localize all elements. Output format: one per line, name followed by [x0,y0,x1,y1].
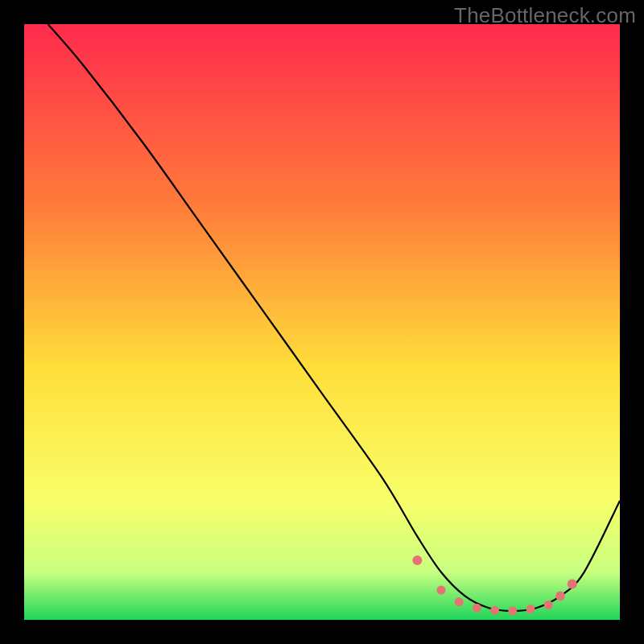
marker-dot [412,555,422,565]
chart-frame: TheBottleneck.com [0,0,644,644]
watermark-text: TheBottleneck.com [454,3,636,28]
marker-dot [526,605,535,613]
marker-dot [473,604,481,613]
marker-layer [24,24,620,620]
marker-dot [568,580,577,589]
marker-dot [555,592,565,601]
marker-dot [455,597,464,606]
marker-dot [508,606,517,615]
marker-dot [544,601,553,609]
marker-dot [437,586,446,595]
plot-area [24,24,620,620]
highlight-points [412,555,576,615]
marker-dot [490,606,499,615]
